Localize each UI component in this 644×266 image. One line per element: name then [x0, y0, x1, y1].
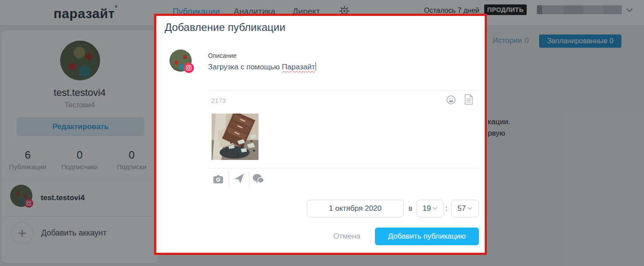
description-misspelled-word: Паразайт [282, 63, 315, 71]
add-photo-camera-icon[interactable] [213, 175, 224, 184]
publish-date-input[interactable] [307, 200, 404, 217]
modal-title: Добавление публикации [165, 21, 285, 34]
description-textarea[interactable]: Загрузка с помощью Паразайт [208, 62, 316, 72]
time-colon: : [445, 200, 447, 217]
time-preposition: в [409, 200, 413, 217]
chevron-down-icon [432, 207, 437, 210]
first-comment-icon[interactable] [252, 174, 265, 184]
location-send-icon[interactable] [234, 173, 245, 184]
post-image-thumbnail[interactable] [212, 114, 258, 160]
instagram-badge-icon [184, 63, 194, 73]
template-document-icon[interactable] [464, 94, 473, 105]
character-counter: 2173 [211, 97, 226, 104]
divider [208, 90, 479, 91]
minute-select[interactable]: 57 [451, 200, 479, 217]
hour-value: 19 [423, 204, 431, 213]
chevron-down-icon [467, 207, 472, 210]
hour-select[interactable]: 19 [416, 200, 443, 217]
app-screen: паразайт° Публикации Аналитика Директ Ос… [0, 0, 644, 266]
icon-separator [249, 171, 249, 187]
text-caret [316, 62, 316, 71]
divider [208, 168, 479, 168]
icon-separator [228, 171, 229, 187]
description-label: Описание [208, 52, 236, 59]
add-publication-button[interactable]: Добавить публикацию [375, 228, 479, 245]
emoji-picker-icon[interactable] [446, 95, 456, 105]
description-text: Загрузка с помощью [208, 63, 282, 71]
cancel-button[interactable]: Отмена [333, 228, 360, 245]
minute-value: 57 [458, 204, 466, 213]
add-publication-modal: Добавление публикации Описание Загрузка … [154, 14, 487, 255]
